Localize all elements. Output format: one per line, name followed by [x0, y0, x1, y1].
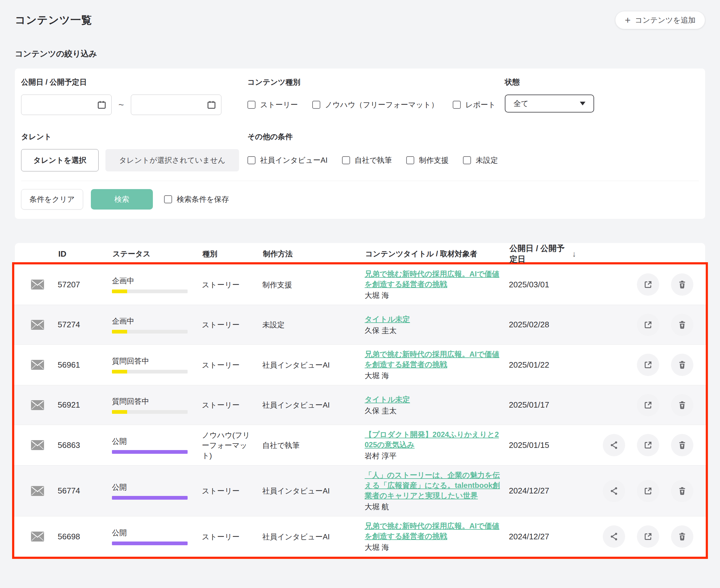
row-method: 自社で執筆 — [262, 440, 365, 450]
other-option-unset[interactable]: 未設定 — [463, 155, 498, 165]
share-button[interactable] — [603, 525, 625, 548]
trash-icon — [678, 532, 687, 541]
open-in-new-button[interactable] — [637, 434, 659, 456]
checkbox-icon — [247, 156, 255, 164]
add-content-button[interactable]: + コンテンツを追加 — [615, 11, 705, 29]
content-title-link[interactable]: 【プロダクト開発】2024ふりかえりと2025の意気込み — [365, 430, 499, 449]
open-in-new-icon — [643, 360, 653, 370]
open-in-new-button[interactable] — [637, 525, 659, 548]
open-in-new-icon — [643, 532, 653, 541]
row-type: ストーリー — [202, 486, 262, 496]
row-method: 制作支援 — [262, 279, 365, 290]
status-select-value: 全て — [514, 99, 529, 108]
checkbox-icon — [342, 156, 350, 164]
row-id: 56961 — [58, 360, 112, 370]
search-button[interactable]: 検索 — [91, 189, 153, 210]
other-option-interview-ai[interactable]: 社員インタビューAI — [247, 155, 328, 165]
content-title-link[interactable]: 兄弟で挑む新時代の採用広報。AIで価値を創造する経営者の挑戦 — [365, 522, 499, 540]
trash-icon — [678, 440, 687, 450]
row-person: 久保 圭太 — [365, 406, 501, 416]
row-person: 大堀 海 — [365, 371, 501, 381]
other-option-production-support[interactable]: 制作支援 — [406, 155, 449, 165]
talent-empty-message: タレントが選択されていません — [105, 149, 239, 171]
sort-arrow-down-icon[interactable]: ↓ — [572, 249, 576, 259]
header-date[interactable]: 公開日 / 公開予定日 ↓ — [510, 243, 576, 265]
type-option-report[interactable]: レポート — [453, 100, 496, 110]
checkbox-icon — [312, 101, 320, 109]
caret-down-icon — [580, 102, 585, 105]
date-to-input[interactable] — [131, 94, 221, 115]
status-select[interactable]: 全て — [505, 94, 594, 112]
type-filter-label: コンテンツ種別 — [247, 78, 505, 86]
open-in-new-button[interactable] — [637, 273, 659, 296]
talent-filter-label: タレント — [21, 132, 247, 141]
share-button[interactable] — [603, 434, 625, 456]
highlight-red-border: 57207 企画中 ストーリー 制作支援 兄弟で挑む新時代の採用広報。AIで価値… — [12, 262, 708, 559]
checkbox-icon — [247, 101, 255, 109]
delete-button[interactable] — [671, 394, 693, 416]
other-option-inhouse[interactable]: 自社で執筆 — [342, 155, 392, 165]
share-button[interactable] — [603, 480, 625, 502]
status-progress-bar — [112, 410, 188, 414]
content-title-link[interactable]: 兄弟で挑む新時代の採用広報。AIで価値を創造する経営者の挑戦 — [365, 270, 499, 288]
row-person: 大堀 海 — [365, 542, 501, 552]
clear-conditions-button[interactable]: 条件をクリア — [21, 189, 83, 210]
open-in-new-button[interactable] — [637, 354, 659, 376]
delete-button[interactable] — [671, 434, 693, 456]
envelope-icon — [31, 400, 44, 410]
open-in-new-button[interactable] — [637, 314, 659, 336]
envelope-icon — [31, 440, 44, 450]
delete-button[interactable] — [671, 354, 693, 376]
table-row: 57207 企画中 ストーリー 制作支援 兄弟で挑む新時代の採用広報。AIで価値… — [14, 265, 706, 305]
row-method: 未設定 — [262, 319, 365, 330]
delete-button[interactable] — [671, 480, 693, 502]
filter-status-group: 状態 全て — [505, 78, 699, 115]
content-title-link[interactable]: 「人」のストーリーは、企業の魅力を伝える「広報資産」になる。talentbook… — [365, 471, 500, 500]
open-in-new-button[interactable] — [637, 480, 659, 502]
row-id: 56698 — [58, 532, 112, 542]
table-row: 56961 質問回答中 ストーリー 社員インタビューAI 兄弟で挑む新時代の採用… — [14, 344, 706, 385]
add-content-label: コンテンツを追加 — [635, 15, 696, 25]
delete-button[interactable] — [671, 525, 693, 548]
trash-icon — [678, 360, 687, 370]
content-title-link[interactable]: タイトル未定 — [365, 395, 410, 403]
content-table: ID ステータス 種別 制作方法 コンテンツタイトル / 取材対象者 公開日 /… — [15, 243, 705, 559]
share-icon — [609, 486, 619, 496]
row-id: 56774 — [58, 486, 112, 496]
checkbox-icon — [463, 156, 471, 164]
filter-other-group: その他の条件 社員インタビューAI 自社で執筆 制作支援 — [247, 132, 505, 171]
row-type: ノウハウ(フリーフォーマット) — [202, 430, 262, 461]
row-date: 2025/02/28 — [509, 320, 576, 330]
header-type: 種別 — [203, 249, 263, 259]
type-option-knowhow[interactable]: ノウハウ（フリーフォーマット） — [312, 100, 438, 110]
row-date: 2025/01/22 — [509, 360, 576, 370]
row-date: 2025/03/01 — [509, 280, 576, 290]
row-id: 57207 — [58, 280, 112, 290]
content-title-link[interactable]: タイトル未定 — [365, 315, 410, 323]
row-person: 久保 圭太 — [365, 326, 501, 335]
row-method: 社員インタビューAI — [262, 360, 365, 370]
topbar: コンテンツ一覧 + コンテンツを追加 — [0, 0, 720, 29]
delete-button[interactable] — [671, 314, 693, 336]
filter-section-title: コンテンツの絞り込み — [15, 48, 705, 59]
type-option-story[interactable]: ストーリー — [247, 100, 298, 110]
content-title-link[interactable]: 兄弟で挑む新時代の採用広報。AIで価値を創造する経営者の挑戦 — [365, 350, 499, 369]
row-status: 公開 — [112, 437, 188, 446]
header-status: ステータス — [112, 249, 203, 259]
delete-button[interactable] — [671, 273, 693, 296]
open-in-new-button[interactable] — [637, 394, 659, 416]
date-from-input[interactable] — [21, 94, 111, 115]
checkbox-icon — [406, 156, 414, 164]
status-progress-bar — [112, 370, 188, 374]
open-in-new-icon — [643, 280, 653, 289]
filter-card: 公開日 / 公開予定日 ~ — [15, 68, 705, 219]
open-in-new-icon — [643, 486, 653, 496]
trash-icon — [678, 280, 687, 289]
table-header: ID ステータス 種別 制作方法 コンテンツタイトル / 取材対象者 公開日 /… — [15, 243, 705, 262]
select-talent-button[interactable]: タレントを選択 — [21, 149, 99, 171]
row-method: 社員インタビューAI — [262, 400, 365, 410]
open-in-new-icon — [643, 400, 653, 410]
date-range-separator: ~ — [119, 100, 124, 110]
other-filter-label: その他の条件 — [247, 132, 505, 141]
save-search-conditions-checkbox[interactable]: 検索条件を保存 — [164, 194, 229, 204]
